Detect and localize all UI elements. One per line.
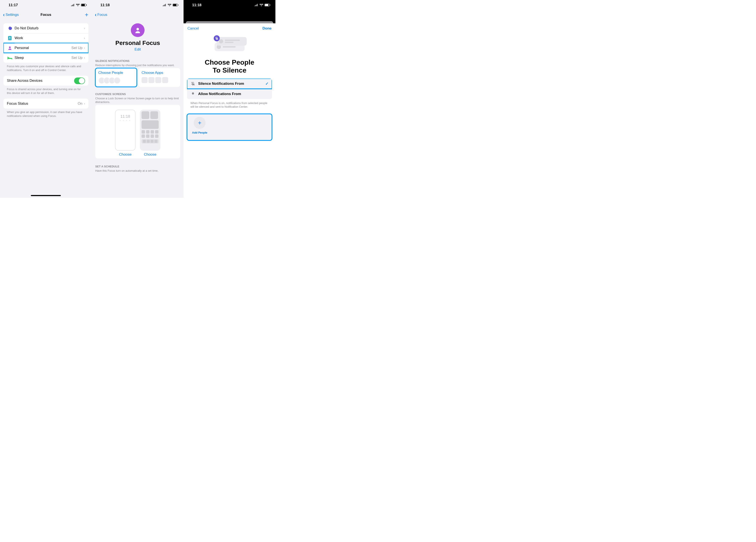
silence-options-list: Silence Notifications From ✓ Allow Notif… (187, 79, 272, 99)
wifi-icon (76, 4, 80, 6)
person-icon (131, 23, 145, 37)
option-label: Silence Notifications From (198, 82, 265, 86)
row-label: Personal (15, 46, 71, 50)
row-label: Sleep (15, 56, 71, 60)
apps-placeholders (142, 77, 177, 83)
battery-icon (264, 4, 270, 6)
status-time: 11:17 (9, 3, 18, 7)
share-toggle[interactable] (74, 78, 85, 84)
add-people-box[interactable]: + Add People (187, 114, 272, 141)
status-icons (254, 4, 270, 6)
back-button[interactable]: ‹ Focus (95, 12, 107, 17)
chevron-right-icon: › (84, 36, 85, 40)
section-sub: Reduce interruptions by choosing just th… (92, 63, 184, 67)
card-title: Choose Apps (142, 71, 177, 75)
people-placeholders (98, 77, 134, 84)
row-detail: Set Up (71, 56, 82, 60)
svg-rect-13 (265, 4, 268, 6)
back-label: Settings (6, 13, 19, 17)
back-button[interactable]: ‹ Settings (3, 12, 19, 17)
plus-icon: + (194, 117, 206, 129)
status-time: 11:18 (192, 3, 201, 7)
screen-choose-people: 11:18 Cancel Done Choose PeopleTo Silenc… (184, 0, 275, 198)
svg-rect-14 (270, 4, 270, 6)
home-screen-preview[interactable] (140, 110, 160, 151)
section-header: SET A SCHEDULE (92, 165, 184, 169)
home-indicator[interactable] (31, 195, 61, 196)
sheet-title: Choose PeopleTo Silence (184, 58, 275, 74)
focus-row-dnd[interactable]: Do Not Disturb › (3, 23, 88, 33)
focus-row-work[interactable]: Work › (3, 33, 88, 43)
section-sub: Choose a Lock Screen or Home Screen page… (92, 96, 184, 104)
svg-rect-1 (81, 4, 85, 6)
status-time: 11:18 (100, 3, 110, 7)
back-label: Focus (97, 13, 107, 17)
add-focus-button[interactable]: + (85, 11, 88, 18)
svg-rect-9 (173, 4, 176, 6)
focus-header: Personal Focus Edit (92, 19, 184, 54)
badge-icon (7, 36, 13, 40)
section-footer: Focus is shared across your devices, and… (3, 86, 88, 95)
choose-home-button[interactable]: Choose (144, 153, 157, 157)
silence-from-option[interactable]: Silence Notifications From ✓ (187, 79, 272, 89)
screen-focus-list: 11:17 ‹ Settings Focus + Do Not Disturb … (0, 0, 92, 198)
edit-button[interactable]: Edit (92, 47, 184, 52)
section-footer: When you give an app permission, it can … (3, 109, 88, 118)
wifi-icon (260, 4, 263, 6)
focus-status-row[interactable]: Focus Status On › (3, 99, 88, 109)
status-icons (71, 4, 87, 6)
option-label: Allow Notifications From (198, 92, 269, 96)
bed-icon (7, 56, 13, 59)
card-title: Choose People (98, 71, 134, 75)
star-badge-icon (190, 92, 196, 96)
focus-modes-list: Do Not Disturb › Work › Personal Set Up … (3, 23, 88, 63)
preview-time: 11:18 (120, 114, 130, 119)
svg-rect-10 (178, 4, 178, 6)
add-people-label: Add People (192, 131, 208, 134)
bell-slash-icon (190, 82, 196, 86)
svg-point-11 (136, 28, 139, 30)
choose-lock-button[interactable]: Choose (119, 153, 132, 157)
cellular-icon (163, 4, 166, 6)
screen-personal-focus: 11:18 ‹ Focus Personal Focus Edit SILENC… (92, 0, 184, 198)
choose-people-card[interactable]: Choose People (95, 68, 137, 87)
row-label: Work (15, 36, 84, 40)
focus-row-personal[interactable]: Personal Set Up › (3, 43, 88, 53)
screen-previews: 11:18 ○ ○ ○ ○ Choose Choose (95, 105, 180, 159)
svg-rect-2 (86, 4, 87, 6)
status-bar: 11:17 (0, 0, 92, 10)
svg-point-4 (9, 37, 10, 38)
chevron-left-icon: ‹ (95, 12, 97, 17)
svg-rect-5 (9, 39, 11, 39)
status-icons (163, 4, 178, 6)
row-label: Share Across Devices (7, 79, 74, 83)
chevron-right-icon: › (84, 102, 85, 106)
choose-apps-card[interactable]: Choose Apps (139, 68, 180, 87)
battery-icon (173, 4, 178, 6)
chevron-right-icon: › (84, 46, 85, 50)
cancel-button[interactable]: Cancel (187, 26, 199, 31)
done-button[interactable]: Done (262, 26, 272, 31)
sheet-header: Cancel Done (184, 23, 275, 34)
row-detail: On (78, 102, 83, 106)
cellular-icon (254, 4, 258, 6)
preview-dots: ○ ○ ○ ○ (120, 119, 131, 122)
chevron-right-icon: › (84, 26, 85, 30)
status-bar: 11:18 (184, 0, 275, 10)
section-footer: Focus lets you customize your devices an… (3, 63, 88, 72)
svg-point-7 (8, 57, 9, 58)
focus-title: Personal Focus (92, 40, 184, 46)
chevron-right-icon: › (84, 56, 85, 60)
nav-header: ‹ Settings Focus + (0, 10, 92, 19)
focus-row-sleep[interactable]: Sleep Set Up › (3, 53, 88, 63)
moon-icon (7, 26, 13, 30)
bell-slash-icon (214, 35, 220, 41)
person-icon (7, 46, 13, 50)
lock-screen-preview[interactable]: 11:18 ○ ○ ○ ○ (115, 110, 136, 151)
row-detail: Set Up (71, 46, 82, 50)
section-sub: Have this Focus turn on automatically at… (92, 169, 184, 173)
row-label: Focus Status (7, 102, 78, 106)
wifi-icon (168, 4, 171, 6)
svg-point-6 (9, 46, 11, 48)
allow-from-option[interactable]: Allow Notifications From (187, 89, 272, 99)
